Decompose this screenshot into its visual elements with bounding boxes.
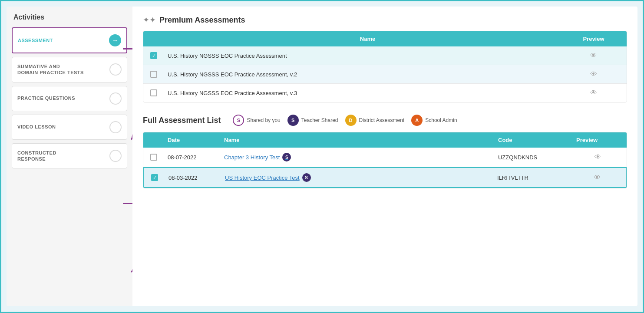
full-assessment-table-header: Date Name Code Preview (143, 132, 627, 148)
premium-row-3-checkbox[interactable] (150, 89, 157, 96)
sparkle-icon: ✦✦ (143, 15, 156, 25)
premium-col-checkbox-header (150, 36, 168, 42)
legend-items: S Shared by you S Teacher Shared D Distr… (233, 115, 457, 126)
premium-row-2-name: U.S. History NGSSS EOC Practice Assessme… (168, 71, 568, 78)
premium-section-title: Premium Assessments (159, 16, 245, 25)
premium-section-header: ✦✦ Premium Assessments (143, 15, 627, 25)
full-row-1-name: Chapter 3 History Test S (224, 153, 498, 161)
sidebar-title: Activities (12, 13, 127, 21)
table-row: U.S. History NGSSS EOC Practice Assessme… (143, 65, 627, 84)
full-row-2-checkbox[interactable]: ✓ (151, 174, 158, 181)
sidebar-item-constructed[interactable]: CONSTRUCTEDRESPONSE (12, 143, 127, 169)
sidebar-item-assessment[interactable]: ASSESSMENT → (12, 27, 127, 53)
premium-col-name-header: Name (168, 36, 568, 42)
premium-row-1-checkbox[interactable]: ✓ (150, 52, 157, 59)
full-assessment-title: Full Assessment List (143, 116, 221, 125)
legend-badge-teacher: S (287, 115, 299, 126)
premium-row-2-checkbox[interactable] (150, 71, 157, 78)
assessment-toggle[interactable]: → (109, 34, 121, 46)
full-col-preview-header: Preview (576, 137, 620, 143)
constructed-toggle[interactable] (109, 150, 122, 162)
full-row-1-code: UZZQNDKNDS (498, 154, 576, 161)
sidebar-item-label-assessment: ASSESSMENT (18, 37, 53, 43)
premium-row-2-preview[interactable]: 👁 (568, 70, 620, 78)
full-assessment-table: Date Name Code Preview 08-07-2022 Chapte… (143, 132, 627, 188)
sidebar-item-label-summative: SUMMATIVE ANDDOMAIN PRACTICE TESTS (17, 63, 84, 76)
premium-table-header: Name Preview (143, 31, 627, 46)
legend-label-shared: Shared by you (247, 117, 280, 123)
legend-badge-shared: S (233, 115, 244, 126)
legend-admin: A School Admin (411, 115, 457, 126)
premium-row-3-preview[interactable]: 👁 (568, 89, 620, 97)
legend-label-admin: School Admin (425, 117, 457, 123)
legend-teacher: S Teacher Shared (287, 115, 338, 126)
sidebar-item-label-practice: PRACTICE QUESTIONS (17, 95, 75, 101)
full-col-checkbox-header (150, 137, 168, 143)
sidebar: Activities ASSESSMENT → SUMMATIVE ANDDOM… (7, 7, 132, 306)
premium-row-1-name: U.S. History NGSSS EOC Practice Assessme… (168, 53, 568, 59)
legend-label-district: District Assessment (359, 117, 405, 123)
practice-toggle[interactable] (109, 92, 122, 105)
main-content: ✦✦ Premium Assessments Name Preview ✓ U.… (132, 7, 637, 306)
full-row-2-preview[interactable]: 👁 (575, 174, 619, 181)
full-row-2-badge: S (302, 173, 311, 182)
video-toggle[interactable] (109, 121, 122, 133)
premium-row-3-name: U.S. History NGSSS EOC Practice Assessme… (168, 90, 568, 96)
legend-badge-district: D (345, 115, 357, 126)
full-row-1-date: 08-07-2022 (168, 154, 224, 161)
premium-col-preview-header: Preview (568, 36, 620, 42)
full-row-2-date: 08-03-2022 (168, 175, 225, 181)
legend-badge-admin: A (411, 115, 423, 126)
full-row-1-link[interactable]: Chapter 3 History Test S (224, 153, 498, 161)
sidebar-item-practice[interactable]: PRACTICE QUESTIONS (12, 86, 127, 111)
table-row: 08-07-2022 Chapter 3 History Test S UZZQ… (143, 148, 627, 167)
legend-district: D District Assessment (345, 115, 405, 126)
table-row: U.S. History NGSSS EOC Practice Assessme… (143, 84, 627, 102)
premium-row-1-preview[interactable]: 👁 (568, 52, 620, 59)
legend-label-teacher: Teacher Shared (301, 117, 338, 123)
sidebar-item-summative[interactable]: SUMMATIVE ANDDOMAIN PRACTICE TESTS (12, 57, 127, 82)
premium-table: Name Preview ✓ U.S. History NGSSS EOC Pr… (143, 31, 627, 102)
table-row: ✓ 08-03-2022 US History EOC Practice Tes… (143, 167, 627, 188)
legend-shared: S Shared by you (233, 115, 280, 126)
full-col-name-header: Name (224, 137, 498, 143)
full-col-date-header: Date (168, 137, 224, 143)
sidebar-item-label-video: VIDEO LESSON (17, 124, 56, 130)
full-row-2-code: ILRITVLTTR (497, 175, 575, 181)
full-col-code-header: Code (498, 137, 576, 143)
full-row-1-checkbox[interactable] (150, 154, 157, 161)
sidebar-item-label-constructed: CONSTRUCTEDRESPONSE (17, 150, 56, 162)
full-row-1-badge: S (282, 153, 291, 161)
full-row-1-preview[interactable]: 👁 (576, 153, 620, 161)
table-row: ✓ U.S. History NGSSS EOC Practice Assess… (143, 46, 627, 65)
sidebar-item-video[interactable]: VIDEO LESSON (12, 115, 127, 140)
full-row-2-link[interactable]: US History EOC Practice Test S (225, 173, 497, 182)
full-row-2-name: US History EOC Practice Test S (225, 173, 497, 182)
summative-toggle[interactable] (109, 63, 122, 76)
full-assessment-header: Full Assessment List S Shared by you S T… (143, 115, 627, 126)
